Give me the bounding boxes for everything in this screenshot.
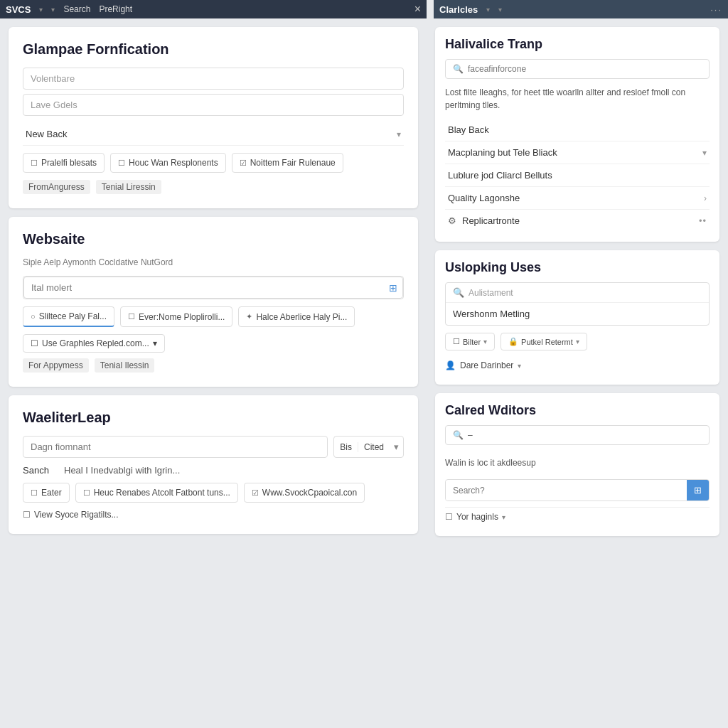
right-panel3-search2-input[interactable] [446, 481, 687, 500]
card1-input-placeholder[interactable] [23, 68, 404, 90]
chevron-down-icon: ▾ [153, 338, 157, 348]
search-icon: 🔍 [453, 287, 464, 298]
card1-buttons: ☐ Pralelfi blesats ☐ Houc Wan Resplonent… [23, 153, 404, 173]
right-panel2-title: Uslopking Uses [445, 260, 710, 275]
more-icon[interactable]: •• [699, 215, 707, 226]
preview-label[interactable]: PreRight [99, 4, 132, 14]
right-panel1-items: Blay Back Macplaning but Tele Bliack ▾ L… [445, 119, 710, 232]
topbar-right-arrow[interactable]: ▾ [486, 6, 490, 14]
right-item-0[interactable]: Blay Back [445, 119, 710, 141]
gear-icon: ⚙ [448, 215, 456, 226]
topbar-right-title: ClarIcles [439, 4, 478, 15]
right-panel2-extra[interactable]: 👤 Dare Darinber ▾ [445, 356, 710, 375]
card2-dropdown-btn[interactable]: ☐ Use Graphles Repled.com... ▾ [23, 334, 165, 353]
card3-view-label[interactable]: View Syoce Rigatilts... [34, 510, 119, 520]
right-item-4[interactable]: ⚙ Replicartronte •• [445, 210, 710, 232]
right-panel2-placeholder: Aulistament [469, 288, 513, 298]
card1-btn-0[interactable]: ☐ Pralelfi blesats [23, 153, 105, 173]
card3-buttons: ☐ Eater ☐ Heuc Renabes Atcolt Fatbont tu… [23, 483, 404, 503]
checkbox-icon: ☐ [31, 488, 38, 498]
checkbox-icon: ☐ [83, 488, 90, 498]
chevron-down-icon: ▾ [390, 441, 403, 452]
card2-btn-1[interactable]: ☐ Ever:Nome Ploplirolli... [120, 306, 232, 327]
card-websaite: Websaite Siple Aelp Aymonth Cocldative N… [9, 217, 418, 387]
topbar-left: SVCS ▾ ▾ Search PreRight × [0, 0, 427, 18]
card3-title: WaeliterLeap [23, 410, 404, 426]
check-icon: ☑ [252, 488, 259, 498]
right-panel3-dropdown[interactable]: ☐ Yor haginls ▾ [445, 507, 710, 526]
card3-btn-1[interactable]: ☐ Heuc Renabes Atcolt Fatbont tuns... [75, 483, 238, 503]
tag-tenial[interactable]: Tenial Ilessin [95, 358, 155, 373]
search-icon: 🔍 [453, 430, 464, 440]
doc-icon: ☐ [31, 338, 38, 348]
right-btn-bilter[interactable]: ☐ Bilter ▾ [445, 333, 495, 350]
card2-search-input[interactable] [23, 277, 403, 299]
right-panel-calred: Calred Wditors 🔍 – Walin is loc it akdle… [435, 393, 719, 536]
right-panel2-input-wrap: 🔍 Aulistament Wershonm Metling [445, 282, 710, 326]
card3-btn-2[interactable]: ☑ Www.SvockCpaoical.con [244, 483, 365, 503]
card3-view-row[interactable]: ☐ View Syoce Rigatilts... [23, 510, 404, 520]
search-label[interactable]: Search [63, 4, 90, 14]
person-icon: 👤 [445, 360, 456, 370]
right-search-input[interactable] [468, 64, 702, 74]
star-icon: ✦ [246, 312, 252, 321]
search-btn-icon[interactable]: ⊞ [687, 480, 709, 500]
tag-for[interactable]: For Appymess [23, 358, 89, 373]
topbar-title: SVCS [6, 4, 31, 15]
card1-input-value[interactable] [23, 94, 404, 116]
card3-input-row: Bis Cited ▾ [23, 436, 404, 458]
topbar-right-arrow2[interactable]: ▾ [498, 6, 502, 14]
card3-input[interactable] [23, 436, 328, 458]
card2-btn-2[interactable]: ✦ Halce Aberlice Haly Pi... [238, 306, 355, 327]
right-item-1[interactable]: Macplaning but Tele Bliack ▾ [445, 141, 710, 164]
tag-0[interactable]: FromAnguress [23, 180, 90, 194]
chevron-down-icon: ▾ [518, 362, 521, 370]
search-icon: ⊞ [389, 282, 397, 294]
checkbox-icon: ☐ [118, 159, 125, 168]
right-panel3-placeholder: – [468, 430, 702, 440]
right-item-2[interactable]: Lublure jod Cliarcl Belluts [445, 164, 710, 187]
dropdown-arrow[interactable]: ▾ [39, 6, 43, 14]
card2-btn-0[interactable]: ○ Sliltece Paly Fal... [23, 306, 114, 327]
chevron-down-icon: ▾ [576, 338, 579, 346]
chevron-down-icon: ▾ [702, 148, 707, 158]
card2-dropdown-row: ☐ Use Graphles Repled.com... ▾ [23, 334, 404, 353]
chevron-down-icon: ▾ [397, 129, 401, 139]
checkbox-icon: ☐ [128, 312, 135, 321]
right-item-3[interactable]: Quality Lagonshe › [445, 187, 710, 210]
card1-btn-1[interactable]: ☐ Houc Wan Resplonents [110, 153, 226, 173]
card1-tags: FromAnguress Tenial Liressin [23, 180, 404, 194]
chevron-down-icon: ▾ [483, 338, 487, 346]
card2-subtitle: Siple Aelp Aymonth Cocldative NutGord [23, 257, 404, 267]
right-panel-halivalice: Halivalice Tranp 🔍 Lost filte Ileaghs, f… [435, 27, 719, 242]
check-icon: ☑ [240, 159, 247, 168]
card3-search-label: Sanch [23, 465, 58, 476]
right-panel2-value: Wershonm Metling [446, 303, 709, 325]
right-panel3-desc: Walin is loc it akdleesup [445, 452, 710, 473]
card3-select-label2: Cited [358, 442, 390, 452]
radio-icon: ○ [31, 312, 36, 321]
card2-buttons: ○ Sliltece Paly Fal... ☐ Ever:Nome Plopl… [23, 306, 404, 327]
card1-dropdown[interactable]: New Back ▾ [23, 123, 404, 146]
card1-btn-2[interactable]: ☑ Noittem Fair Rulenaue [232, 153, 343, 173]
right-panel-uslopking: Uslopking Uses 🔍 Aulistament Wershonm Me… [435, 250, 719, 385]
chevron-down-icon: ▾ [502, 513, 505, 521]
card3-btn-0[interactable]: ☐ Eater [23, 483, 70, 503]
right-search-box: 🔍 [445, 59, 710, 79]
right-btn-putkel[interactable]: 🔒 Putkel Retermt ▾ [500, 333, 587, 350]
tag-1[interactable]: Tenial Liressin [96, 180, 161, 194]
lock-icon: 🔒 [508, 337, 518, 346]
right-panel2-btns: ☐ Bilter ▾ 🔒 Putkel Retermt ▾ [445, 333, 710, 350]
right-panel3-search2: ⊞ [445, 479, 710, 501]
checkbox-icon: ☐ [31, 159, 38, 168]
card-glampae: Glampae Fornfication New Back ▾ ☐ Pralel… [9, 27, 418, 208]
card3-search-value: Heal I Inedvablgi with Igrin... [64, 465, 404, 476]
close-icon[interactable]: × [414, 3, 421, 16]
doc-icon: ☐ [445, 512, 453, 522]
card2-tags: For Appymess Tenial Ilessin [23, 358, 404, 373]
filter-icon[interactable]: ▾ [51, 6, 55, 14]
chevron-right-icon: › [704, 193, 707, 203]
topbar-right-dots[interactable]: ··· [710, 4, 722, 15]
card3-select-row[interactable]: Bis Cited ▾ [333, 436, 404, 458]
topbar-right: ClarIcles ▾ ▾ ··· [434, 0, 728, 18]
